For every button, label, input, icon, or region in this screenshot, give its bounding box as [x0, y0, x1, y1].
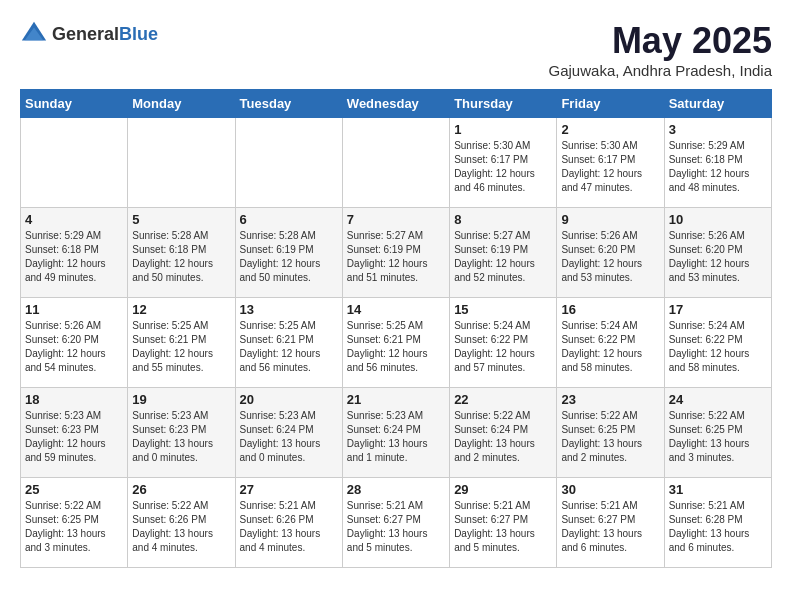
day-number: 24 — [669, 392, 767, 407]
day-info: Sunrise: 5:21 AM Sunset: 6:26 PM Dayligh… — [240, 499, 338, 555]
header-day-wednesday: Wednesday — [342, 90, 449, 118]
day-info: Sunrise: 5:25 AM Sunset: 6:21 PM Dayligh… — [347, 319, 445, 375]
calendar-week-2: 4Sunrise: 5:29 AM Sunset: 6:18 PM Daylig… — [21, 208, 772, 298]
day-number: 23 — [561, 392, 659, 407]
header-day-sunday: Sunday — [21, 90, 128, 118]
calendar-cell — [342, 118, 449, 208]
day-info: Sunrise: 5:21 AM Sunset: 6:28 PM Dayligh… — [669, 499, 767, 555]
header-day-monday: Monday — [128, 90, 235, 118]
day-number: 28 — [347, 482, 445, 497]
calendar-cell: 3Sunrise: 5:29 AM Sunset: 6:18 PM Daylig… — [664, 118, 771, 208]
day-info: Sunrise: 5:22 AM Sunset: 6:25 PM Dayligh… — [669, 409, 767, 465]
calendar-cell: 9Sunrise: 5:26 AM Sunset: 6:20 PM Daylig… — [557, 208, 664, 298]
day-info: Sunrise: 5:23 AM Sunset: 6:24 PM Dayligh… — [347, 409, 445, 465]
calendar-cell: 21Sunrise: 5:23 AM Sunset: 6:24 PM Dayli… — [342, 388, 449, 478]
day-info: Sunrise: 5:23 AM Sunset: 6:23 PM Dayligh… — [25, 409, 123, 465]
calendar-week-4: 18Sunrise: 5:23 AM Sunset: 6:23 PM Dayli… — [21, 388, 772, 478]
subtitle: Gajuwaka, Andhra Pradesh, India — [549, 62, 772, 79]
logo-icon — [20, 20, 48, 48]
day-info: Sunrise: 5:24 AM Sunset: 6:22 PM Dayligh… — [561, 319, 659, 375]
day-info: Sunrise: 5:23 AM Sunset: 6:23 PM Dayligh… — [132, 409, 230, 465]
logo: GeneralBlue — [20, 20, 158, 48]
calendar-cell: 1Sunrise: 5:30 AM Sunset: 6:17 PM Daylig… — [450, 118, 557, 208]
calendar-cell: 7Sunrise: 5:27 AM Sunset: 6:19 PM Daylig… — [342, 208, 449, 298]
day-info: Sunrise: 5:26 AM Sunset: 6:20 PM Dayligh… — [669, 229, 767, 285]
calendar-cell: 5Sunrise: 5:28 AM Sunset: 6:18 PM Daylig… — [128, 208, 235, 298]
day-info: Sunrise: 5:24 AM Sunset: 6:22 PM Dayligh… — [669, 319, 767, 375]
calendar-cell: 13Sunrise: 5:25 AM Sunset: 6:21 PM Dayli… — [235, 298, 342, 388]
day-info: Sunrise: 5:26 AM Sunset: 6:20 PM Dayligh… — [561, 229, 659, 285]
logo-text-blue: Blue — [119, 24, 158, 44]
calendar-cell — [235, 118, 342, 208]
day-info: Sunrise: 5:24 AM Sunset: 6:22 PM Dayligh… — [454, 319, 552, 375]
day-number: 29 — [454, 482, 552, 497]
calendar-cell: 26Sunrise: 5:22 AM Sunset: 6:26 PM Dayli… — [128, 478, 235, 568]
day-number: 17 — [669, 302, 767, 317]
calendar-cell: 28Sunrise: 5:21 AM Sunset: 6:27 PM Dayli… — [342, 478, 449, 568]
month-title: May 2025 — [549, 20, 772, 62]
calendar-week-3: 11Sunrise: 5:26 AM Sunset: 6:20 PM Dayli… — [21, 298, 772, 388]
day-number: 19 — [132, 392, 230, 407]
day-info: Sunrise: 5:23 AM Sunset: 6:24 PM Dayligh… — [240, 409, 338, 465]
day-info: Sunrise: 5:25 AM Sunset: 6:21 PM Dayligh… — [132, 319, 230, 375]
day-info: Sunrise: 5:30 AM Sunset: 6:17 PM Dayligh… — [561, 139, 659, 195]
calendar-header-row: SundayMondayTuesdayWednesdayThursdayFrid… — [21, 90, 772, 118]
day-info: Sunrise: 5:22 AM Sunset: 6:25 PM Dayligh… — [25, 499, 123, 555]
day-number: 8 — [454, 212, 552, 227]
day-number: 16 — [561, 302, 659, 317]
day-number: 21 — [347, 392, 445, 407]
calendar-cell: 10Sunrise: 5:26 AM Sunset: 6:20 PM Dayli… — [664, 208, 771, 298]
header: GeneralBlue May 2025 Gajuwaka, Andhra Pr… — [20, 20, 772, 79]
header-day-friday: Friday — [557, 90, 664, 118]
calendar-cell: 29Sunrise: 5:21 AM Sunset: 6:27 PM Dayli… — [450, 478, 557, 568]
calendar-cell: 15Sunrise: 5:24 AM Sunset: 6:22 PM Dayli… — [450, 298, 557, 388]
calendar-cell: 16Sunrise: 5:24 AM Sunset: 6:22 PM Dayli… — [557, 298, 664, 388]
day-number: 3 — [669, 122, 767, 137]
day-number: 7 — [347, 212, 445, 227]
day-info: Sunrise: 5:22 AM Sunset: 6:26 PM Dayligh… — [132, 499, 230, 555]
day-info: Sunrise: 5:21 AM Sunset: 6:27 PM Dayligh… — [347, 499, 445, 555]
calendar-cell: 20Sunrise: 5:23 AM Sunset: 6:24 PM Dayli… — [235, 388, 342, 478]
day-number: 27 — [240, 482, 338, 497]
day-info: Sunrise: 5:28 AM Sunset: 6:18 PM Dayligh… — [132, 229, 230, 285]
calendar-cell: 23Sunrise: 5:22 AM Sunset: 6:25 PM Dayli… — [557, 388, 664, 478]
calendar-cell: 31Sunrise: 5:21 AM Sunset: 6:28 PM Dayli… — [664, 478, 771, 568]
day-info: Sunrise: 5:28 AM Sunset: 6:19 PM Dayligh… — [240, 229, 338, 285]
calendar-cell: 27Sunrise: 5:21 AM Sunset: 6:26 PM Dayli… — [235, 478, 342, 568]
day-number: 20 — [240, 392, 338, 407]
calendar-cell — [128, 118, 235, 208]
calendar-cell: 24Sunrise: 5:22 AM Sunset: 6:25 PM Dayli… — [664, 388, 771, 478]
calendar-week-5: 25Sunrise: 5:22 AM Sunset: 6:25 PM Dayli… — [21, 478, 772, 568]
calendar-table: SundayMondayTuesdayWednesdayThursdayFrid… — [20, 89, 772, 568]
day-info: Sunrise: 5:22 AM Sunset: 6:25 PM Dayligh… — [561, 409, 659, 465]
day-number: 2 — [561, 122, 659, 137]
day-number: 9 — [561, 212, 659, 227]
day-number: 10 — [669, 212, 767, 227]
calendar-cell: 8Sunrise: 5:27 AM Sunset: 6:19 PM Daylig… — [450, 208, 557, 298]
day-number: 5 — [132, 212, 230, 227]
day-number: 11 — [25, 302, 123, 317]
day-number: 25 — [25, 482, 123, 497]
day-number: 12 — [132, 302, 230, 317]
day-info: Sunrise: 5:29 AM Sunset: 6:18 PM Dayligh… — [669, 139, 767, 195]
day-info: Sunrise: 5:29 AM Sunset: 6:18 PM Dayligh… — [25, 229, 123, 285]
calendar-cell: 22Sunrise: 5:22 AM Sunset: 6:24 PM Dayli… — [450, 388, 557, 478]
calendar-cell — [21, 118, 128, 208]
calendar-cell: 17Sunrise: 5:24 AM Sunset: 6:22 PM Dayli… — [664, 298, 771, 388]
day-info: Sunrise: 5:27 AM Sunset: 6:19 PM Dayligh… — [454, 229, 552, 285]
calendar-cell: 12Sunrise: 5:25 AM Sunset: 6:21 PM Dayli… — [128, 298, 235, 388]
day-info: Sunrise: 5:25 AM Sunset: 6:21 PM Dayligh… — [240, 319, 338, 375]
day-number: 22 — [454, 392, 552, 407]
calendar-cell: 19Sunrise: 5:23 AM Sunset: 6:23 PM Dayli… — [128, 388, 235, 478]
logo-text-general: General — [52, 24, 119, 44]
header-day-thursday: Thursday — [450, 90, 557, 118]
calendar-cell: 30Sunrise: 5:21 AM Sunset: 6:27 PM Dayli… — [557, 478, 664, 568]
day-number: 13 — [240, 302, 338, 317]
day-number: 30 — [561, 482, 659, 497]
day-info: Sunrise: 5:27 AM Sunset: 6:19 PM Dayligh… — [347, 229, 445, 285]
day-number: 1 — [454, 122, 552, 137]
day-number: 14 — [347, 302, 445, 317]
calendar-cell: 14Sunrise: 5:25 AM Sunset: 6:21 PM Dayli… — [342, 298, 449, 388]
title-area: May 2025 Gajuwaka, Andhra Pradesh, India — [549, 20, 772, 79]
calendar-week-1: 1Sunrise: 5:30 AM Sunset: 6:17 PM Daylig… — [21, 118, 772, 208]
